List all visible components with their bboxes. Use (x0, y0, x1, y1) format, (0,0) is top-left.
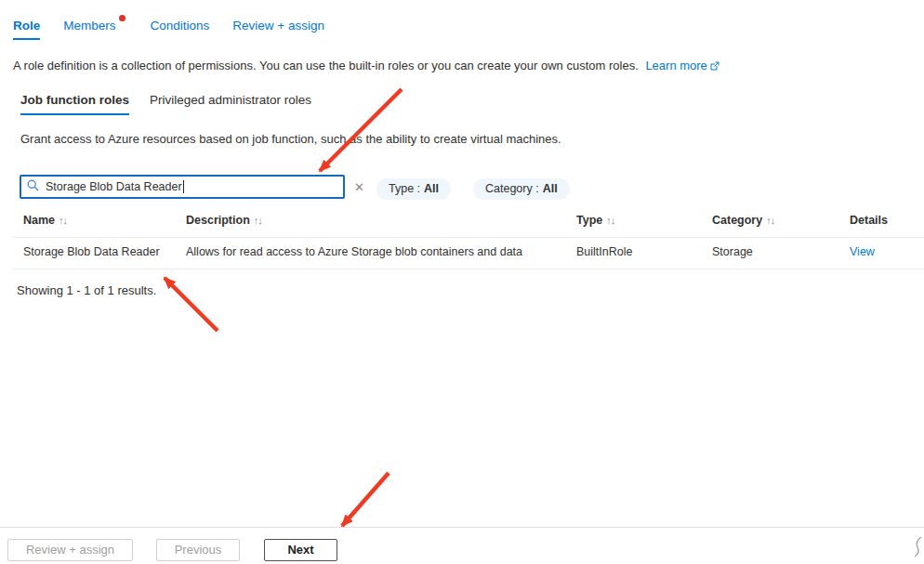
tab-role[interactable]: Role (13, 19, 40, 40)
intro-text: A role definition is a collection of per… (13, 59, 639, 72)
annotation-arrows (0, 0, 924, 564)
review-assign-button[interactable]: Review + assign (7, 539, 133, 561)
filter-type-value: All (424, 182, 439, 195)
pivot-privileged-admin-roles[interactable]: Privileged administrator roles (150, 93, 311, 115)
roles-table-header: Name↑↓ Description↑↓ Type↑↓ Category↑↓ D… (0, 214, 924, 230)
table-row[interactable]: Storage Blob Data Reader Allows for read… (0, 245, 924, 262)
role-description-cell: Allows for read access to Azure Storage … (186, 245, 522, 258)
cursor-artifact (915, 537, 921, 557)
table-divider (13, 269, 924, 269)
sort-icon: ↑↓ (254, 215, 262, 226)
search-input-value: Storage Blob Data Reader (46, 180, 182, 193)
sort-icon: ↑↓ (59, 215, 67, 226)
column-header-type[interactable]: Type↑↓ (576, 214, 614, 227)
column-header-name[interactable]: Name↑↓ (23, 214, 67, 227)
tab-review-assign[interactable]: Review + assign (232, 19, 324, 40)
view-details-link[interactable]: View (850, 245, 875, 258)
text-cursor (183, 180, 184, 193)
roles-pivot: Job function roles Privileged administra… (20, 93, 311, 115)
filter-type-label: Type : (389, 182, 420, 195)
results-summary: Showing 1 - 1 of 1 results. (17, 283, 156, 297)
learn-more-link[interactable]: Learn more (645, 59, 706, 72)
role-name-cell[interactable]: Storage Blob Data Reader (23, 245, 160, 258)
tab-members-label: Members (63, 19, 115, 33)
tab-conditions[interactable]: Conditions (151, 19, 210, 40)
arrow-to-role-row (165, 278, 218, 331)
column-header-details: Details (850, 214, 888, 227)
pivot-job-function-roles[interactable]: Job function roles (20, 93, 129, 115)
role-definition-description: A role definition is a collection of per… (13, 59, 719, 73)
unsaved-changes-dot (119, 15, 125, 21)
filter-category-value: All (543, 182, 558, 195)
footer-divider (0, 527, 924, 528)
arrow-to-next-button (342, 473, 389, 526)
previous-button[interactable]: Previous (156, 539, 240, 561)
grant-access-subtitle: Grant access to Azure resources based on… (20, 132, 561, 146)
table-divider (13, 237, 924, 238)
column-header-category[interactable]: Category↑↓ (712, 214, 774, 227)
role-type-cell: BuiltInRole (576, 245, 632, 258)
external-link-icon (710, 59, 719, 73)
filter-category-label: Category : (485, 182, 539, 195)
filter-category[interactable]: Category :All (473, 178, 570, 200)
clear-search-icon[interactable]: ✕ (354, 180, 364, 194)
filter-type[interactable]: Type :All (376, 178, 451, 200)
next-button[interactable]: Next (264, 539, 337, 561)
column-header-description[interactable]: Description↑↓ (186, 214, 262, 227)
sort-icon: ↑↓ (606, 215, 614, 226)
arrow-to-search-box (320, 89, 402, 171)
search-input[interactable]: Storage Blob Data Reader (20, 175, 345, 199)
search-icon (27, 179, 39, 194)
tab-members[interactable]: Members (63, 19, 115, 40)
wizard-tabs: Role Members Conditions Review + assign (13, 19, 324, 40)
role-category-cell: Storage (712, 245, 753, 258)
sort-icon: ↑↓ (766, 215, 774, 226)
